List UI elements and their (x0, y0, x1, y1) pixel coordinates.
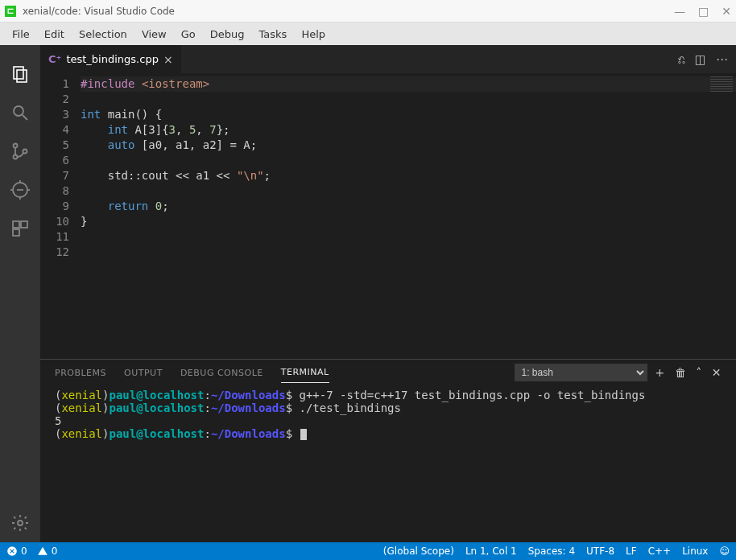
status-language[interactable]: C++ (648, 546, 672, 557)
menu-file[interactable]: File (5, 25, 37, 43)
svg-rect-14 (21, 221, 27, 228)
svg-rect-15 (13, 229, 19, 236)
explorer-icon[interactable] (9, 63, 31, 85)
line-number-gutter: 123456789101112 (40, 73, 81, 359)
code-content[interactable]: #include <iostream> int main() { int A[3… (81, 73, 736, 359)
status-warnings[interactable]: 0 (37, 546, 58, 557)
split-editor-icon[interactable]: ◫ (695, 52, 706, 67)
extensions-icon[interactable] (9, 217, 31, 240)
menu-view[interactable]: View (134, 25, 174, 43)
window-title: xenial/code: Visual Studio Code (23, 6, 674, 17)
minimap[interactable] (710, 76, 733, 93)
panel-tab-problems[interactable]: PROBLEMS (55, 363, 106, 383)
menu-selection[interactable]: Selection (72, 25, 134, 43)
minimize-button[interactable]: — (674, 6, 685, 17)
svg-point-6 (23, 150, 27, 154)
svg-rect-0 (14, 67, 23, 79)
panel-tab-terminal[interactable]: TERMINAL (281, 362, 329, 383)
status-encoding[interactable]: UTF-8 (586, 546, 614, 557)
svg-rect-13 (13, 221, 19, 228)
status-eol[interactable]: LF (626, 546, 637, 557)
editor-tab-bar: C⁺ test_bindings.cpp × ⎌ ◫ ⋯ (40, 45, 736, 73)
status-indent[interactable]: Spaces: 4 (528, 546, 575, 557)
file-tab[interactable]: C⁺ test_bindings.cpp × (40, 45, 182, 73)
source-control-icon[interactable] (9, 140, 31, 163)
status-os[interactable]: Linux (682, 546, 708, 557)
debug-icon[interactable] (9, 179, 31, 201)
svg-point-4 (14, 144, 18, 148)
panel-tab-bar: PROBLEMSOUTPUTDEBUG CONSOLETERMINAL 1: b… (40, 360, 736, 385)
close-panel-icon[interactable]: ✕ (712, 366, 722, 379)
cpp-file-icon: C⁺ (48, 53, 61, 65)
search-icon[interactable] (9, 101, 31, 124)
status-errors[interactable]: 0 (6, 546, 27, 557)
status-bar: 0 0 (Global Scope) Ln 1, Col 1 Spaces: 4… (0, 542, 736, 560)
more-actions-icon[interactable]: ⋯ (716, 52, 728, 67)
activity-bar (0, 45, 40, 542)
os-titlebar: ⊏ xenial/code: Visual Studio Code — □ ✕ (0, 0, 736, 23)
menu-tasks[interactable]: Tasks (252, 25, 295, 43)
maximize-panel-icon[interactable]: ˄ (696, 366, 702, 379)
terminal-selector[interactable]: 1: bash (515, 364, 647, 381)
menu-edit[interactable]: Edit (37, 25, 72, 43)
terminal[interactable]: (xenial)paul@localhost:~/Downloads$ g++-… (40, 385, 736, 542)
svg-point-2 (14, 106, 23, 116)
settings-gear-icon[interactable] (9, 512, 31, 534)
svg-point-5 (14, 155, 18, 159)
status-scope[interactable]: (Global Scope) (383, 546, 454, 557)
code-editor[interactable]: 123456789101112 #include <iostream> int … (40, 73, 736, 359)
menu-bar: FileEditSelectionViewGoDebugTasksHelp (0, 23, 736, 45)
tab-filename: test_bindings.cpp (66, 53, 158, 65)
close-window-button[interactable]: ✕ (722, 6, 731, 17)
compare-changes-icon[interactable]: ⎌ (678, 52, 685, 67)
menu-help[interactable]: Help (294, 25, 333, 43)
panel-tab-output[interactable]: OUTPUT (124, 363, 163, 383)
svg-point-16 (18, 521, 23, 525)
menu-go[interactable]: Go (174, 25, 203, 43)
panel-tab-debug-console[interactable]: DEBUG CONSOLE (180, 363, 263, 383)
svg-rect-1 (17, 70, 27, 82)
svg-line-3 (23, 115, 27, 120)
menu-debug[interactable]: Debug (203, 25, 252, 43)
close-tab-icon[interactable]: × (163, 53, 173, 66)
status-cursor-pos[interactable]: Ln 1, Col 1 (465, 546, 517, 557)
kill-terminal-icon[interactable]: 🗑 (675, 366, 687, 379)
bottom-panel: PROBLEMSOUTPUTDEBUG CONSOLETERMINAL 1: b… (40, 359, 736, 542)
status-feedback-icon[interactable]: ☺ (719, 546, 730, 557)
new-terminal-icon[interactable]: + (655, 366, 665, 379)
app-icon: ⊏ (5, 6, 16, 17)
maximize-button[interactable]: □ (698, 6, 709, 17)
